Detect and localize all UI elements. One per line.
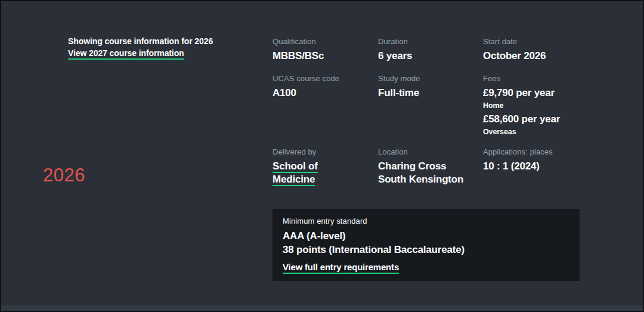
applications-places-cell: Applications: places 10 : 1 (2024): [483, 147, 640, 173]
applications-places-value: 10 : 1 (2024): [483, 160, 640, 173]
fees-label: Fees: [483, 74, 640, 83]
ucas-code-value: A100: [273, 87, 375, 100]
school-of-medicine-link[interactable]: School of Medicine: [273, 160, 335, 186]
qualification-label: Qualification: [273, 37, 375, 46]
study-mode-cell: Study mode Full-time: [378, 74, 481, 100]
location-cell: Location Charing Cross South Kensington: [378, 147, 481, 186]
fees-home-type: Home: [483, 101, 640, 110]
year-watermark: 2026: [43, 165, 85, 186]
duration-cell: Duration 6 years: [378, 37, 481, 63]
study-mode-value: Full-time: [378, 87, 481, 100]
course-year-note: Showing course information for 2026 View…: [68, 36, 213, 59]
location-line-2: South Kensington: [378, 173, 481, 186]
entry-standard-ib: 38 points (International Baccalaureate): [283, 243, 569, 257]
applications-places-label: Applications: places: [483, 147, 640, 156]
delivered-by-cell: Delivered by School of Medicine: [273, 147, 375, 186]
fees-overseas-amount: £58,600 per year: [483, 113, 640, 126]
duration-value: 6 years: [378, 50, 481, 63]
duration-label: Duration: [378, 37, 481, 46]
entry-standard-a-level: AAA (A-level): [283, 229, 569, 243]
qualification-cell: Qualification MBBS/BSc: [273, 37, 375, 63]
bottom-section-divider: [1, 305, 643, 311]
start-date-cell: Start date October 2026: [483, 37, 640, 63]
minimum-entry-standard-box: Minimum entry standard AAA (A-level) 38 …: [273, 209, 580, 281]
study-mode-label: Study mode: [378, 74, 481, 83]
ucas-code-cell: UCAS course code A100: [273, 74, 375, 100]
view-full-entry-requirements-link[interactable]: View full entry requirements: [283, 262, 399, 272]
qualification-value: MBBS/BSc: [273, 50, 375, 63]
ucas-code-label: UCAS course code: [273, 74, 375, 83]
course-info-panel: Showing course information for 2026 View…: [0, 0, 644, 312]
fees-cell: Fees £9,790 per year Home £58,600 per ye…: [483, 74, 640, 139]
delivered-by-label: Delivered by: [273, 147, 375, 156]
location-label: Location: [378, 147, 481, 156]
minimum-entry-standard-label: Minimum entry standard: [283, 217, 569, 225]
start-date-value: October 2026: [483, 50, 640, 63]
fees-home-amount: £9,790 per year: [483, 87, 640, 100]
showing-course-info-text: Showing course information for 2026: [68, 36, 213, 47]
location-line-1: Charing Cross: [378, 160, 481, 173]
view-2027-course-info-link[interactable]: View 2027 course information: [68, 48, 184, 59]
fees-overseas-type: Overseas: [483, 128, 640, 136]
start-date-label: Start date: [483, 37, 640, 46]
